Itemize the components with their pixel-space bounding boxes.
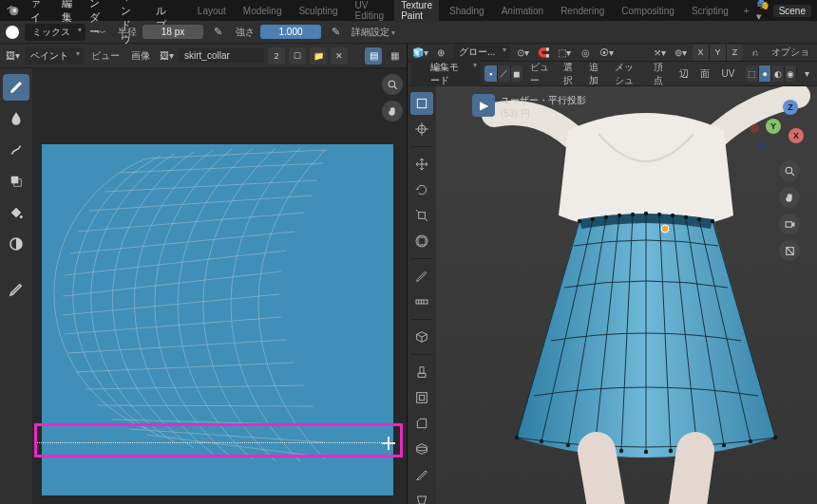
mirror-z[interactable]: Z bbox=[727, 45, 743, 61]
smear-tool[interactable] bbox=[3, 137, 29, 163]
scene-browse-icon[interactable]: 🎭▾ bbox=[756, 0, 770, 23]
viewport-menu-mesh[interactable]: メッシュ bbox=[611, 61, 647, 87]
tab-sculpting[interactable]: Sculpting bbox=[292, 4, 344, 18]
perspective-toggle-icon[interactable] bbox=[779, 240, 800, 261]
options-dropdown[interactable]: オプショ bbox=[768, 46, 813, 59]
shading-options-icon[interactable]: ▾ bbox=[801, 65, 813, 83]
viewport-menu-vertex[interactable]: 頂点 bbox=[650, 61, 672, 87]
viewport-menu-edge[interactable]: 辺 bbox=[675, 67, 693, 81]
gizmo-z[interactable]: Z bbox=[783, 100, 798, 115]
inset-tool[interactable] bbox=[410, 386, 433, 409]
axis-gizmo[interactable]: Z Y X bbox=[752, 102, 802, 151]
pivot-icon[interactable]: ⊙▾ bbox=[514, 44, 531, 61]
pan-hand-icon[interactable] bbox=[382, 101, 403, 121]
face-select-mode[interactable]: ◼ bbox=[511, 65, 523, 82]
fill-tool[interactable] bbox=[3, 199, 29, 226]
editor-type-icon[interactable]: 🖼▾ bbox=[4, 47, 21, 65]
image-menu-view[interactable]: ビュー bbox=[87, 49, 124, 63]
radius-pressure-icon[interactable]: ✎ bbox=[209, 24, 226, 41]
tab-scripting[interactable]: Scripting bbox=[685, 4, 735, 18]
image-users-button[interactable]: 2 bbox=[268, 47, 285, 65]
shading-wireframe[interactable]: ⬚ bbox=[746, 65, 758, 82]
rotate-tool[interactable] bbox=[410, 178, 433, 201]
pan-icon[interactable] bbox=[779, 187, 800, 208]
camera-view-icon[interactable] bbox=[779, 214, 800, 234]
mirror-y[interactable]: Y bbox=[710, 45, 726, 61]
image-canvas[interactable] bbox=[32, 68, 407, 504]
zoom-icon[interactable] bbox=[779, 160, 800, 181]
tab-layout[interactable]: Layout bbox=[191, 4, 233, 18]
strength-pressure-icon[interactable]: ✎ bbox=[327, 24, 344, 41]
viewport-menu-face[interactable]: 面 bbox=[696, 67, 713, 81]
image-mode-select[interactable]: ペイント bbox=[25, 47, 84, 65]
snap-magnet-icon[interactable]: 🧲 bbox=[535, 44, 552, 61]
scene-name-field[interactable]: Scene bbox=[773, 5, 811, 17]
uv-overlay-icon[interactable]: ▦ bbox=[386, 47, 403, 65]
tab-compositing[interactable]: Compositing bbox=[615, 4, 681, 18]
advanced-settings-dropdown[interactable]: 詳細設定 bbox=[352, 26, 395, 39]
image-open-button[interactable]: 📁 bbox=[310, 47, 327, 65]
menu-edit[interactable]: 編集 bbox=[54, 0, 80, 25]
tab-texture-paint[interactable]: Texture Paint bbox=[394, 0, 439, 23]
slot-icon[interactable]: ▤ bbox=[365, 47, 382, 65]
tab-animation[interactable]: Animation bbox=[495, 4, 550, 18]
viewport-menu-uv[interactable]: UV bbox=[717, 68, 738, 79]
viewport-menu-select[interactable]: 選択 bbox=[560, 61, 581, 87]
draw-brush-tool[interactable] bbox=[3, 74, 29, 101]
shading-rendered[interactable]: ◉ bbox=[785, 65, 797, 82]
select-box-tool[interactable] bbox=[410, 92, 433, 115]
edge-select-mode[interactable]: ／ bbox=[498, 65, 510, 82]
proportional-icon[interactable]: ◎ bbox=[577, 44, 594, 61]
loopcut-tool[interactable] bbox=[410, 438, 433, 460]
annotate-3d-tool[interactable] bbox=[410, 265, 433, 288]
soften-tool[interactable] bbox=[3, 105, 29, 132]
image-new-button[interactable]: ☐ bbox=[289, 47, 306, 65]
add-cube-tool[interactable] bbox=[410, 326, 433, 348]
radius-field[interactable]: 18 px bbox=[142, 25, 203, 39]
scale-tool[interactable] bbox=[410, 204, 433, 227]
curve-icon[interactable]: 〰 bbox=[91, 24, 108, 41]
tab-uv[interactable]: UV Editing bbox=[349, 0, 391, 23]
mirror-x[interactable]: X bbox=[693, 45, 709, 61]
mask-tool[interactable] bbox=[3, 231, 29, 257]
bevel-tool[interactable] bbox=[410, 412, 433, 435]
gizmo-y[interactable]: Y bbox=[766, 119, 781, 134]
gizmo-visibility-icon[interactable]: ⤧▾ bbox=[651, 44, 668, 61]
transform-tool[interactable] bbox=[410, 230, 433, 252]
gizmo-neg-x[interactable] bbox=[750, 124, 759, 133]
gizmo-neg-z[interactable] bbox=[758, 141, 767, 150]
brush-color-swatch[interactable] bbox=[6, 26, 19, 39]
shading-material[interactable]: ◐ bbox=[771, 65, 784, 82]
blend-mode-select[interactable]: ミックス bbox=[25, 24, 86, 41]
clone-tool[interactable] bbox=[3, 168, 29, 195]
image-menu-image[interactable]: 画像 bbox=[127, 49, 154, 63]
extrude-tool[interactable] bbox=[410, 361, 433, 383]
knife-tool[interactable] bbox=[410, 463, 433, 486]
menu-window[interactable]: ウィンドウ bbox=[113, 0, 146, 47]
magnify-icon[interactable] bbox=[382, 74, 403, 95]
image-unlink-button[interactable]: ✕ bbox=[331, 47, 348, 65]
cursor-tool[interactable] bbox=[410, 118, 433, 140]
snap-target-icon[interactable]: ⬚▾ bbox=[556, 44, 573, 61]
annotate-tool[interactable] bbox=[3, 276, 29, 303]
tab-rendering[interactable]: Rendering bbox=[554, 4, 611, 18]
interaction-mode-select[interactable]: 編集モード bbox=[411, 59, 481, 89]
image-browse-icon[interactable]: 🖼▾ bbox=[158, 47, 175, 65]
image-name-field[interactable]: skirt_collar bbox=[179, 48, 264, 63]
vertex-select-mode[interactable]: ▪ bbox=[484, 65, 497, 82]
tab-add[interactable]: + bbox=[739, 6, 754, 16]
viewport-menu-view[interactable]: ビュー bbox=[526, 61, 555, 87]
measure-tool[interactable] bbox=[410, 290, 433, 313]
move-tool[interactable] bbox=[410, 153, 433, 176]
polybuild-tool[interactable] bbox=[410, 489, 433, 504]
viewport-canvas[interactable]: ▶ ユーザー・平行投影 (53) 円 Z Y X bbox=[436, 86, 817, 504]
viewport-menu-add[interactable]: 追加 bbox=[585, 61, 607, 87]
mesh-automerge-icon[interactable]: ⎌ bbox=[747, 44, 764, 61]
gizmo-x[interactable]: X bbox=[788, 128, 804, 143]
proportional-curve-icon[interactable]: ⦿▾ bbox=[598, 44, 615, 61]
tab-shading[interactable]: Shading bbox=[443, 4, 491, 18]
overlay-visibility-icon[interactable]: ⊚▾ bbox=[672, 44, 689, 61]
strength-field[interactable]: 1.000 bbox=[260, 25, 321, 39]
view-chip-icon[interactable]: ▶ bbox=[472, 94, 495, 117]
shading-solid[interactable]: ● bbox=[759, 65, 771, 82]
